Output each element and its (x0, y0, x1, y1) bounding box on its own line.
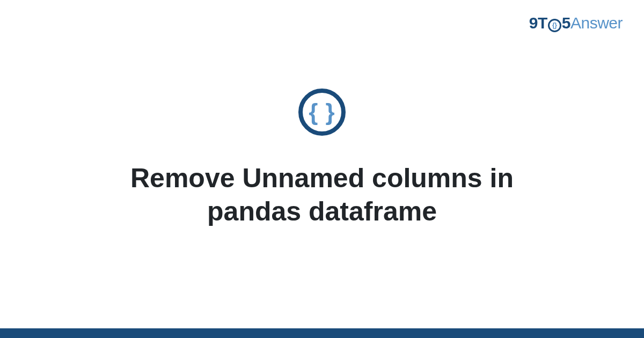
footer-accent-bar (0, 328, 644, 338)
main-content: { } Remove Unnamed columns in pandas dat… (0, 0, 644, 338)
code-braces-icon: { } (298, 89, 346, 136)
braces-glyph: { } (309, 99, 335, 126)
page-title: Remove Unnamed columns in pandas datafra… (80, 161, 564, 229)
